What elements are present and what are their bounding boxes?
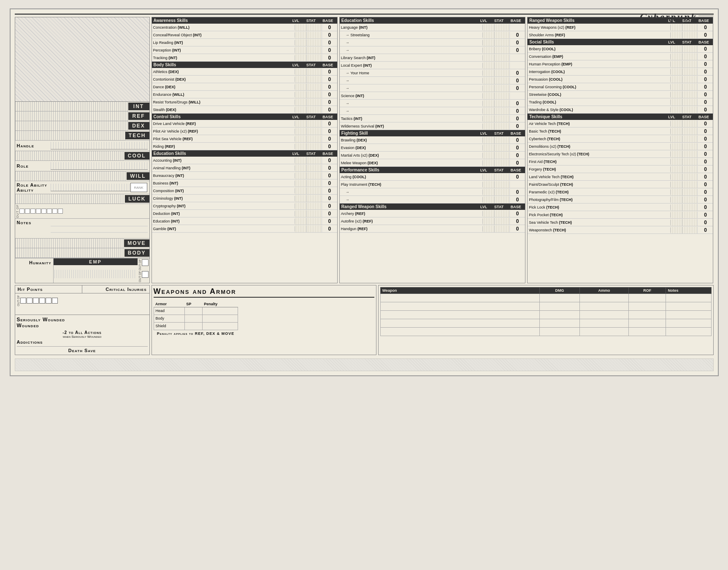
skill-resist-torture: Resist Torture/Drugs (WILL) 0 <box>152 98 337 106</box>
weapon-5-name[interactable] <box>380 327 540 336</box>
armor-head-sp[interactable] <box>184 307 202 315</box>
weapon-4-rof[interactable] <box>629 319 666 327</box>
skill-demolitions: Demolitions (x2) (TECH) 0 <box>528 143 713 150</box>
armor-body-penalty[interactable] <box>202 315 238 322</box>
weapon-row-3 <box>380 310 711 319</box>
skills-col-2: Education Skills LVL STAT BASE Language … <box>339 17 525 283</box>
skills-area: Awareness Skills LVL STAT BASE Concentra… <box>152 17 714 283</box>
weapon-5-notes[interactable] <box>666 327 711 336</box>
weapon-1-ammo[interactable] <box>579 293 629 302</box>
death-save-label: Death Save <box>17 348 148 353</box>
body-skills-header: Body Skills LVL STAT BASE <box>152 62 337 68</box>
skill-shoulder-arms: Shoulder Arms (REF) 0 <box>528 31 713 39</box>
skill-lip-reading: Lip Reading (INT) 0 <box>152 39 337 46</box>
stat-row-ref: REF <box>15 111 149 121</box>
skill-athletics: Athletics (DEX) 0 <box>152 68 337 76</box>
stat-row-body: BODY <box>15 248 149 258</box>
character-sheet: Cyberpunk ───── INT REF <box>10 8 719 376</box>
weapon-4-ammo[interactable] <box>579 319 629 327</box>
weapon-2-ammo[interactable] <box>579 302 629 310</box>
weapon-5-ammo[interactable] <box>579 327 629 336</box>
weapon-1-rof[interactable] <box>629 293 666 302</box>
weapon-4-notes[interactable] <box>666 319 711 327</box>
skill-library-search: Library Search (INT) <box>340 54 525 62</box>
weapons-armor-panel: Weapons and Armor Armor SP Penalty <box>152 285 376 355</box>
will-label: WILL <box>127 172 149 180</box>
weapon-3-notes[interactable] <box>666 310 711 319</box>
skill-play-instrument: Play Instrument (TECH) <box>340 181 525 188</box>
fighting-skills-header: Fighting Skill LVL STAT BASE <box>340 130 525 136</box>
skill-pick-lock: Pick Lock (TECH) 0 <box>528 204 713 211</box>
skill-pilot-sea: Pilot Sea Vehicle (REF) 0 <box>152 135 337 143</box>
armor-shield-penalty[interactable] <box>202 322 238 330</box>
hp-ci-panel: Hit Points Critical Injuries OUT OF <box>15 285 150 355</box>
weapon-2-notes[interactable] <box>666 302 711 310</box>
skill-interrogation: Interrogation (COOL) 0 <box>528 68 713 76</box>
skill-photography: Photography/Film (TECH) 0 <box>528 196 713 204</box>
skill-archery: Archery (REF) 0 <box>340 210 525 217</box>
weapon-3-rof[interactable] <box>629 310 666 319</box>
armor-row-head: Head <box>154 307 238 315</box>
weapon-3-name[interactable] <box>380 310 540 319</box>
rank-box[interactable]: RANK <box>130 183 147 192</box>
skill-evasion: Evasion (DEX) 0 <box>340 144 525 152</box>
weapon-row-4 <box>380 319 711 327</box>
int-label: INT <box>128 103 149 110</box>
skill-criminology: Criminology (INT) 0 <box>152 195 337 202</box>
skill-science: Science (INT) <box>340 92 525 100</box>
armor-head-penalty[interactable] <box>202 307 238 315</box>
penalty-label: -2 to All Actions <box>17 330 148 335</box>
weapon-1-name[interactable] <box>380 293 540 302</box>
stat-row-cool: COOL <box>15 151 149 161</box>
handle-label: Handle <box>17 143 51 148</box>
armor-shield-sp[interactable] <box>184 322 202 330</box>
weapon-2-dmg[interactable] <box>540 302 579 310</box>
skill-forgery: Forgery (TECH) 0 <box>528 166 713 173</box>
stat-row-will: WILL <box>15 171 149 181</box>
dmg-col-header: DMG <box>540 287 579 293</box>
skill-autofire: Autofire (x2) (REF) 0 <box>340 217 525 225</box>
role-ability-row: Role Ability Ability RANK <box>15 181 149 194</box>
weapon-1-dmg[interactable] <box>540 293 579 302</box>
seriously-wounded-panel: Seriously Wounded Wounded -2 to All Acti… <box>15 315 149 355</box>
skill-local-expert: Local Expert (INT) <box>340 62 525 69</box>
skill-cybertech: Cybertech (TECH) 0 <box>528 135 713 143</box>
armor-body-label: Body <box>154 315 184 322</box>
weapon-1-notes[interactable] <box>666 293 711 302</box>
skill-lang-3: → 0 <box>340 46 525 54</box>
weapon-4-dmg[interactable] <box>540 319 579 327</box>
bottom-texture <box>15 358 714 371</box>
role-label: Role <box>17 163 51 168</box>
portrait-area <box>15 17 149 102</box>
armor-body-sp[interactable] <box>184 315 202 322</box>
luck-label: LUCK <box>125 195 149 203</box>
weapon-4-name[interactable] <box>380 319 540 327</box>
skill-wardrobe: Wardrobe & Style (COOL) 0 <box>528 106 713 114</box>
skill-endurance: Endurance (WILL) 0 <box>152 91 337 98</box>
weapon-5-dmg[interactable] <box>540 327 579 336</box>
stat-row-move: MOVE <box>15 239 149 248</box>
skill-handgun: Handgun (REF) 0 <box>340 225 525 233</box>
skill-martial-arts: Martial Arts (x2) (DEX) 0 <box>340 152 525 159</box>
skill-first-aid: First Aid (TECH) 0 <box>528 158 713 166</box>
role-ability-label: Role Ability <box>17 182 51 187</box>
weapon-2-rof[interactable] <box>629 302 666 310</box>
hp-title: Hit Points <box>15 285 82 293</box>
notes-label: Notes <box>17 220 51 225</box>
armor-col-header: Armor <box>154 301 184 307</box>
skill-perception: Perception (INT) 0 <box>152 46 337 54</box>
weapon-2-name[interactable] <box>380 302 540 310</box>
weapon-3-dmg[interactable] <box>540 310 579 319</box>
notes-row: Notes <box>15 219 149 239</box>
weapon-5-rof[interactable] <box>629 327 666 336</box>
ranged-skills-mid-header: Ranged Weapon Skills LVL STAT BASE <box>340 204 525 210</box>
skill-riding: Riding (REF) 0 <box>152 143 337 150</box>
skill-air-vehicle-tech: Air Vehicle Tech (TECH) 0 <box>528 120 713 128</box>
skill-business: Business (INT) 0 <box>152 179 337 187</box>
luck-tracker: OUT OF <box>15 204 149 219</box>
weapon-3-ammo[interactable] <box>579 310 629 319</box>
addictions-label: Addictions <box>17 339 43 345</box>
armor-section: Armor SP Penalty Head <box>154 299 238 336</box>
skill-education: Education (INT) 0 <box>152 217 337 225</box>
technique-skills-header: Technique Skills LVL STAT BASE <box>528 114 713 120</box>
